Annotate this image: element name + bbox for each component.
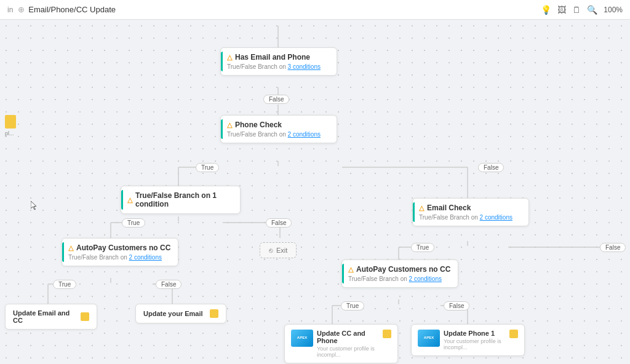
- true-badge-5: True: [341, 301, 364, 311]
- false-badge-1: False: [263, 95, 289, 104]
- autopay-left-subtitle: True/False Branch on 2 conditions: [68, 254, 172, 261]
- side-label: pl...: [5, 130, 20, 136]
- msg-subtitle-2: Your customer profile is incompl...: [444, 338, 506, 350]
- phone-conditions-link[interactable]: 2 conditions: [288, 131, 321, 138]
- node-warning-icon2: △: [227, 121, 232, 129]
- note-badge-1: [81, 312, 89, 321]
- update-your-email-node[interactable]: Update your Email: [135, 304, 226, 323]
- cursor: [31, 201, 41, 211]
- true-badge-1: True: [196, 163, 219, 172]
- conditions-link[interactable]: 3 conditions: [288, 63, 321, 70]
- breadcrumb-title: Email/Phone/CC Update: [28, 5, 116, 14]
- topbar: in ⊕ Email/Phone/CC Update 💡 🖼 🗒 🔍 100%: [0, 0, 630, 20]
- false-badge-4: False: [600, 243, 626, 252]
- update-your-email-label: Update your Email: [143, 310, 203, 317]
- node-subtitle: True/False Branch on 3 conditions: [227, 63, 330, 70]
- msg-info-1: Update CC and Phone Your customer profil…: [317, 330, 379, 358]
- node-warning-icon5: △: [68, 244, 73, 252]
- autopay-right-node[interactable]: △ AutoPay Customers no CC True/False Bra…: [341, 259, 458, 288]
- msg-title-1: Update CC and Phone: [317, 330, 379, 344]
- autopay-left-link[interactable]: 2 conditions: [129, 254, 162, 261]
- autopay-left-title: △ AutoPay Customers no CC: [68, 243, 172, 252]
- search-zoom-icon[interactable]: 🔍: [587, 5, 597, 15]
- node-warning-icon: △: [227, 53, 232, 61]
- topbar-in-label: in: [7, 6, 13, 14]
- msg-thumb-1: APEX: [291, 330, 313, 347]
- update-cc-phone-node[interactable]: APEX Update CC and Phone Your customer p…: [284, 324, 398, 363]
- email-conditions-link[interactable]: 2 conditions: [480, 214, 512, 221]
- email-check-subtitle: True/False Branch on 2 conditions: [419, 214, 522, 221]
- email-check-node[interactable]: △ Email Check True/False Branch on 2 con…: [412, 198, 529, 226]
- autopay-right-title: △ AutoPay Customers no CC: [348, 265, 452, 274]
- exit-node[interactable]: ⎋ Exit: [260, 242, 297, 258]
- node-title: △ Has Email and Phone: [227, 53, 330, 61]
- tf-branch-title: △ True/False Branch on 1 condition: [127, 191, 234, 208]
- sticky-note[interactable]: [5, 115, 16, 129]
- update-phone-1-node[interactable]: APEX Update Phone 1 Your customer profil…: [411, 324, 525, 356]
- note-badge-4: [509, 330, 518, 338]
- phone-check-subtitle: True/False Branch on 2 conditions: [227, 131, 330, 138]
- false-badge-3: False: [266, 218, 292, 228]
- update-email-cc-label: Update Email and CC: [13, 309, 77, 324]
- exit-icon: ⎋: [269, 247, 273, 254]
- node-warning-icon3: △: [127, 196, 132, 204]
- exit-label: Exit: [276, 247, 287, 254]
- true-badge-4: True: [53, 280, 76, 289]
- autopay-right-subtitle: True/False Branch on 2 conditions: [348, 275, 452, 282]
- breadcrumb-icon: ⊕: [18, 5, 25, 14]
- node-warning-icon4: △: [419, 204, 424, 212]
- email-check-title: △ Email Check: [419, 204, 522, 212]
- phone-check-node[interactable]: △ Phone Check True/False Branch on 2 con…: [220, 115, 337, 143]
- false-badge-6: False: [444, 301, 469, 311]
- true-badge-3: True: [411, 243, 434, 252]
- false-badge-5: False: [156, 280, 181, 289]
- has-email-phone-node[interactable]: △ Has Email and Phone True/False Branch …: [220, 47, 337, 76]
- update-email-cc-node[interactable]: Update Email and CC: [5, 304, 97, 330]
- true-false-branch-node[interactable]: △ True/False Branch on 1 condition: [121, 186, 241, 214]
- msg-title-2: Update Phone 1: [444, 330, 506, 337]
- note-badge-2: [210, 309, 218, 318]
- autopay-left-node[interactable]: △ AutoPay Customers no CC True/False Bra…: [62, 238, 178, 266]
- note-icon[interactable]: 🗒: [572, 5, 581, 15]
- topbar-actions: 💡 🖼 🗒 🔍 100%: [541, 5, 623, 15]
- lightbulb-icon[interactable]: 💡: [541, 5, 551, 15]
- msg-thumb-2: APEX: [418, 330, 440, 347]
- zoom-level: 100%: [604, 6, 623, 14]
- false-badge-2: False: [478, 163, 504, 172]
- flow-canvas: △ Has Email and Phone True/False Branch …: [0, 20, 630, 364]
- note-badge-3: [383, 330, 391, 338]
- svg-marker-27: [31, 201, 36, 210]
- autopay-right-link[interactable]: 2 conditions: [409, 275, 442, 282]
- true-badge-2: True: [122, 218, 145, 228]
- node-warning-icon6: △: [348, 266, 353, 274]
- image-icon[interactable]: 🖼: [557, 5, 566, 15]
- msg-subtitle-1: Your customer profile is incompl...: [317, 346, 379, 358]
- breadcrumb: ⊕ Email/Phone/CC Update: [18, 5, 116, 14]
- phone-check-title: △ Phone Check: [227, 121, 330, 129]
- msg-info-2: Update Phone 1 Your customer profile is …: [444, 330, 506, 350]
